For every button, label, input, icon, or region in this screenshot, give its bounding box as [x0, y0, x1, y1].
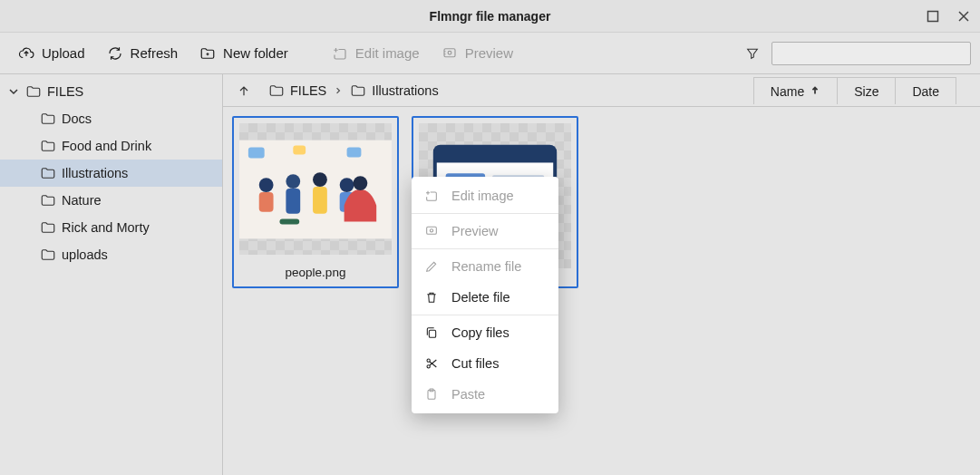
- ctx-cut[interactable]: Cut files: [412, 348, 558, 379]
- breadcrumb-files[interactable]: FILES: [268, 82, 326, 99]
- svg-rect-16: [279, 218, 299, 224]
- ctx-label: Edit image: [451, 189, 514, 203]
- ctx-paste: Paste: [412, 379, 558, 410]
- tree-item-label: Docs: [62, 111, 92, 126]
- maximize-button[interactable]: [922, 5, 944, 27]
- folder-icon: [40, 219, 56, 236]
- column-label: Name: [771, 84, 804, 99]
- ctx-label: Delete file: [451, 290, 509, 305]
- svg-point-2: [448, 51, 451, 54]
- tree-item-illustrations[interactable]: Illustrations: [0, 160, 222, 187]
- file-name: people.png: [234, 260, 397, 286]
- chevron-down-icon: [7, 85, 20, 98]
- svg-point-15: [354, 176, 368, 190]
- svg-rect-0: [928, 12, 938, 22]
- scissors-icon: [424, 356, 439, 371]
- tree-item-uploads[interactable]: uploads: [0, 241, 222, 268]
- svg-rect-6: [347, 147, 362, 157]
- ctx-edit-image: Edit image: [412, 180, 558, 211]
- toolbar: Upload Refresh New folder Edit image Pre…: [0, 33, 980, 74]
- svg-rect-12: [313, 187, 327, 214]
- file-thumb-people[interactable]: people.png: [232, 116, 399, 288]
- chevron-right-icon: [334, 83, 343, 98]
- edit-image-label: Edit image: [355, 45, 420, 61]
- preview-button: Preview: [432, 40, 522, 67]
- ctx-separator: [412, 213, 558, 214]
- folder-icon: [25, 83, 42, 100]
- file-grid: people.png: [223, 107, 980, 475]
- ctx-rename: Rename file: [412, 251, 558, 282]
- refresh-label: Refresh: [131, 45, 179, 61]
- breadcrumb-label: Illustrations: [372, 83, 438, 98]
- tree-item-rick[interactable]: Rick and Morty: [0, 214, 222, 241]
- new-folder-button[interactable]: New folder: [190, 40, 297, 67]
- context-menu: Edit image Preview Rename file Delete fi…: [412, 177, 558, 413]
- preview-icon: [441, 45, 458, 62]
- ctx-label: Copy files: [451, 325, 509, 340]
- ctx-separator: [412, 315, 558, 315]
- ctx-preview: Preview: [412, 216, 558, 247]
- tree-item-nature[interactable]: Nature: [0, 187, 222, 214]
- tree-root-files[interactable]: FILES: [0, 78, 222, 105]
- new-folder-label: New folder: [223, 45, 288, 61]
- main-panel: FILES Illustrations Name Size: [223, 74, 980, 475]
- preview-icon: [424, 224, 439, 238]
- funnel-icon: [745, 46, 760, 61]
- ctx-label: Preview: [451, 224, 499, 238]
- column-size[interactable]: Size: [838, 77, 896, 104]
- folder-icon: [40, 247, 56, 263]
- ctx-label: Cut files: [451, 356, 499, 371]
- tree-item-label: Nature: [62, 193, 102, 208]
- trash-icon: [424, 290, 439, 305]
- breadcrumb: FILES Illustrations: [268, 82, 439, 99]
- close-button[interactable]: [953, 5, 975, 27]
- refresh-icon: [107, 45, 123, 62]
- svg-point-25: [427, 359, 430, 362]
- svg-rect-22: [427, 227, 437, 234]
- svg-point-11: [313, 172, 327, 187]
- edit-image-icon: [332, 45, 348, 62]
- pencil-icon: [424, 259, 439, 274]
- breadcrumb-label: FILES: [290, 83, 326, 98]
- svg-rect-5: [293, 145, 306, 154]
- folder-icon: [40, 111, 56, 127]
- svg-point-13: [340, 178, 354, 192]
- ctx-copy[interactable]: Copy files: [412, 317, 558, 348]
- cloud-upload-icon: [18, 45, 34, 62]
- window-controls: [922, 0, 975, 33]
- upload-button[interactable]: Upload: [9, 40, 94, 67]
- tree-item-docs[interactable]: Docs: [0, 105, 222, 132]
- new-folder-icon: [199, 45, 216, 62]
- breadcrumb-illustrations[interactable]: Illustrations: [350, 82, 438, 99]
- tree-root-label: FILES: [47, 84, 83, 99]
- svg-rect-18: [435, 147, 555, 163]
- svg-point-7: [259, 178, 274, 192]
- svg-rect-10: [286, 189, 300, 214]
- svg-rect-4: [248, 147, 265, 158]
- up-button[interactable]: [232, 79, 256, 102]
- clipboard-icon: [424, 387, 439, 402]
- search-input[interactable]: [771, 42, 971, 65]
- edit-image-button: Edit image: [323, 40, 429, 67]
- column-label: Size: [854, 84, 878, 99]
- column-headers: Name Size Date: [753, 77, 956, 104]
- people-illustration-icon: [239, 140, 392, 239]
- column-name[interactable]: Name: [753, 77, 838, 104]
- folder-icon: [350, 82, 366, 99]
- filter-button[interactable]: [742, 44, 762, 63]
- svg-rect-24: [429, 330, 435, 337]
- folder-icon: [40, 165, 56, 181]
- column-date[interactable]: Date: [896, 77, 956, 104]
- svg-point-23: [430, 229, 432, 232]
- tree-item-food[interactable]: Food and Drink: [0, 132, 222, 160]
- svg-point-9: [286, 174, 300, 189]
- ctx-delete[interactable]: Delete file: [412, 282, 558, 313]
- tree-item-label: Rick and Morty: [62, 220, 150, 235]
- preview-label: Preview: [465, 45, 513, 61]
- folder-icon: [40, 138, 56, 154]
- thumbnail-image: [239, 123, 392, 255]
- copy-icon: [424, 325, 439, 340]
- refresh-button[interactable]: Refresh: [98, 40, 188, 67]
- edit-image-icon: [424, 189, 439, 203]
- window-title: Flmngr file manager: [430, 9, 551, 24]
